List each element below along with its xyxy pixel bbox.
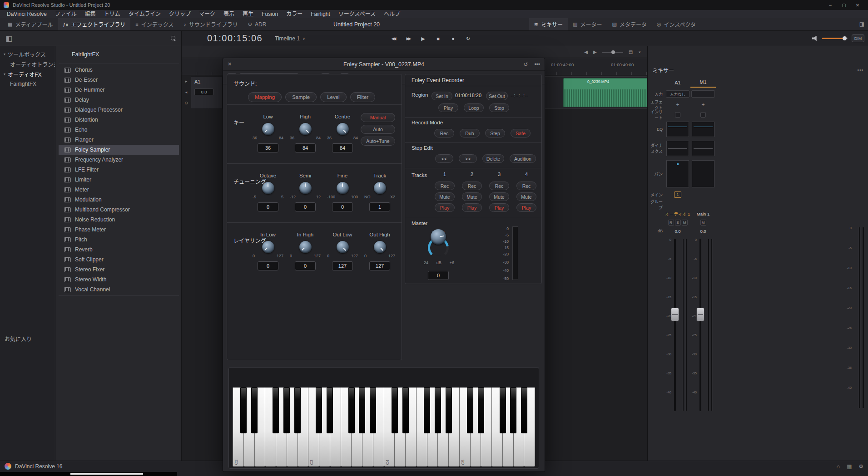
tab-sample[interactable]: Sample — [285, 92, 317, 102]
rewind-button[interactable]: ◀◀ — [387, 33, 399, 44]
effect-item-multiband-compressor[interactable]: Multiband Compressor — [59, 205, 179, 215]
menu-item-1[interactable]: ファイル — [51, 10, 81, 18]
track2-play-button[interactable]: Play — [462, 203, 482, 212]
black-key[interactable] — [500, 388, 506, 433]
knob-track[interactable] — [374, 182, 386, 194]
dialog-titlebar[interactable]: ✕ Foley Sampler - V00_0237.MP4 ↺ ••• — [223, 58, 545, 71]
track4-play-button[interactable]: Play — [516, 203, 536, 212]
effect-item-frequency-analyzer[interactable]: Frequency Analyzer — [59, 155, 179, 165]
effect-item-stereo-width[interactable]: Stereo Width — [59, 275, 179, 285]
knob-fine[interactable] — [337, 182, 349, 194]
record-mode-dub-button[interactable]: Dub — [460, 129, 480, 137]
menu-item-12[interactable]: ワークスペース — [334, 10, 380, 18]
step-edit-button-1[interactable]: >> — [459, 154, 477, 163]
history-icon[interactable]: ↺ — [523, 61, 528, 68]
tab-filter[interactable]: Filter — [350, 92, 376, 102]
m-button[interactable]: M — [700, 220, 706, 226]
piano-keyboard[interactable]: C2C3C4C5 — [233, 388, 535, 466]
black-key[interactable] — [327, 388, 333, 433]
black-key[interactable] — [251, 388, 258, 433]
tab-mapping[interactable]: Mapping — [248, 92, 282, 102]
black-key[interactable] — [467, 388, 473, 433]
speaker-icon[interactable] — [812, 36, 818, 41]
toolbar-button-mixer[interactable]: ≋ミキサー — [529, 18, 568, 30]
s-button[interactable]: S — [675, 220, 681, 226]
black-key[interactable] — [478, 388, 484, 433]
black-key[interactable] — [402, 388, 409, 433]
effect-item-vocal-channel[interactable]: Vocal Channel — [59, 285, 179, 294]
r-button[interactable]: R — [668, 220, 674, 226]
menu-item-13[interactable]: ヘルプ — [380, 10, 404, 18]
track1-rec-button[interactable]: Rec — [435, 182, 455, 190]
panel-layout-icon[interactable]: ◨ — [859, 21, 864, 27]
dim-button[interactable]: DIM — [852, 34, 864, 42]
menu-item-davinci-resolve[interactable]: DaVinci Resolve — [3, 10, 51, 18]
track3-play-button[interactable]: Play — [489, 203, 509, 212]
effect-item-noise-reduction[interactable]: Noise Reduction — [59, 215, 179, 225]
effect-item-echo[interactable]: Echo — [59, 125, 179, 135]
record-button[interactable]: ● — [447, 33, 459, 44]
toolbar-button-effects-library[interactable]: ƒxエフェクトライブラリ — [58, 18, 131, 30]
mixer-channel-tab-m1[interactable]: M1 — [690, 78, 716, 88]
knob-semi[interactable] — [299, 182, 312, 194]
eq-display[interactable] — [692, 122, 714, 137]
volume-slider[interactable] — [822, 38, 848, 39]
track-header-a1[interactable]: A1 0.0 — [191, 76, 223, 109]
knob-low[interactable] — [262, 123, 274, 135]
button-manual[interactable]: Manual — [361, 113, 395, 122]
pan-display[interactable] — [692, 160, 714, 187]
sidebar-item-fx[interactable]: ▾オーディオFX — [0, 69, 55, 79]
black-key[interactable] — [435, 388, 441, 433]
volume-handle[interactable] — [843, 36, 847, 40]
black-key[interactable] — [510, 388, 516, 433]
track2-rec-button[interactable]: Rec — [462, 182, 482, 190]
play-button[interactable]: ▶ — [417, 33, 429, 44]
effect-item-delay[interactable]: Delay — [59, 95, 179, 105]
effect-item-chorus[interactable]: Chorus — [59, 65, 179, 75]
track3-mute-button[interactable]: Mute — [489, 192, 509, 201]
timeline-selector[interactable]: Timeline 1 ∨ — [275, 35, 305, 42]
knob-item[interactable] — [431, 229, 446, 245]
add-effect-button[interactable]: + — [701, 102, 704, 108]
effect-item-distortion[interactable]: Distortion — [59, 115, 179, 125]
effect-item-phase-meter[interactable]: Phase Meter — [59, 225, 179, 235]
effect-item-dialogue-processor[interactable]: Dialogue Processor — [59, 105, 179, 115]
layout-grid-icon[interactable]: ▦ — [847, 463, 852, 470]
dynamics-display[interactable] — [692, 141, 714, 156]
fader-a1[interactable]: 0-5-10-15-20-25-30-35-40 — [665, 235, 690, 417]
pan-display[interactable] — [666, 160, 689, 187]
knob-centre[interactable] — [337, 123, 349, 135]
menu-item-6[interactable]: マーク — [195, 10, 219, 18]
knob-out-high[interactable] — [374, 241, 386, 253]
fast-forward-button[interactable]: ▶▶ — [402, 33, 414, 44]
effect-item-lfe-filter[interactable]: LFE Filter — [59, 165, 179, 175]
zoom-in-icon[interactable]: ▶ — [593, 49, 597, 54]
track1-play-button[interactable]: Play — [435, 203, 455, 212]
effect-item-limiter[interactable]: Limiter — [59, 175, 179, 185]
knob-octave[interactable] — [262, 182, 274, 194]
toolbar-button-inspector[interactable]: ◎インスペクタ — [652, 18, 701, 30]
tab-level[interactable]: Level — [320, 92, 347, 102]
black-key[interactable] — [240, 388, 247, 433]
menu-item-3[interactable]: トリム — [100, 10, 124, 18]
record-mode-rec-button[interactable]: Rec — [434, 129, 454, 137]
step-edit-button-0[interactable]: << — [435, 154, 453, 163]
minimize-button[interactable]: – — [823, 3, 837, 8]
button-auto-tune[interactable]: Auto+Tune — [361, 137, 395, 146]
sidebar-item-0[interactable]: ▾ツールボックス — [0, 49, 55, 59]
button-auto[interactable]: Auto — [361, 125, 395, 134]
mixer-options-icon[interactable]: ••• — [857, 68, 863, 73]
toolbar-button-sound-library[interactable]: ♪サウンドライブラリ — [179, 18, 243, 30]
effect-item-stereo-fixer[interactable]: Stereo Fixer — [59, 265, 179, 275]
record-mode-safe-button[interactable]: Safe — [511, 129, 531, 137]
knob-out-low[interactable] — [337, 241, 349, 253]
region-play-button[interactable]: Play — [438, 103, 458, 112]
loop-button[interactable]: ↻ — [462, 33, 474, 44]
menu-item-10[interactable]: カラー — [282, 10, 307, 18]
toolbar-button-index[interactable]: ≡インデックス — [130, 18, 179, 30]
zoom-slider-handle[interactable] — [611, 50, 615, 54]
panel-view-icon[interactable]: ◧ — [5, 34, 12, 43]
sidebar-item-1[interactable]: オーディオトランジ... — [0, 59, 55, 69]
home-icon[interactable]: ⌂ — [837, 463, 840, 470]
step-edit-button-2[interactable]: Delete — [482, 154, 504, 163]
